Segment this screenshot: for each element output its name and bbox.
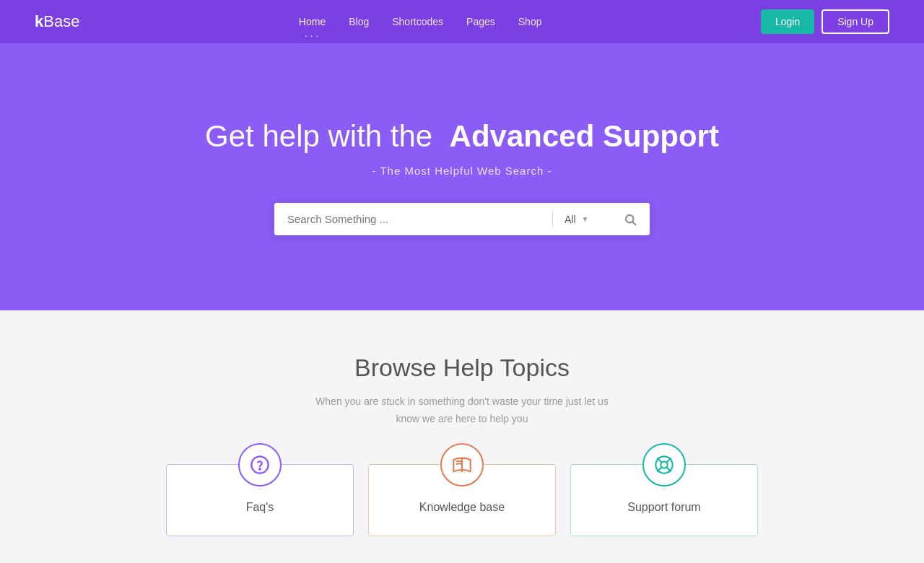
card-label-knowledge: Knowledge base	[383, 501, 541, 514]
nav-item-blog[interactable]: Blog	[349, 15, 369, 28]
search-category-dropdown[interactable]: All ▼	[553, 203, 611, 235]
card-icon-wrap-knowledge	[440, 443, 484, 486]
signup-button[interactable]: Sign Up	[821, 9, 889, 34]
browse-section: Browse Help Topics When you are stuck in…	[0, 310, 924, 563]
search-icon	[624, 213, 637, 226]
book-icon	[452, 455, 472, 475]
nav-item-home[interactable]: Home	[299, 15, 326, 28]
nav-buttons: Login Sign Up	[761, 9, 889, 34]
search-bar: All ▼	[274, 203, 650, 235]
nav-item-shop[interactable]: Shop	[518, 15, 542, 28]
browse-description: When you are stuck in something don't wa…	[303, 393, 621, 428]
nav-link-home[interactable]: Home	[299, 16, 326, 27]
dropdown-selected: All	[565, 214, 576, 225]
hero-section: Get help with the Advanced Support - The…	[0, 43, 924, 310]
card-icon-wrap-faqs	[238, 443, 282, 486]
nav-link-blog[interactable]: Blog	[349, 16, 369, 27]
card-icon-wrap-support	[642, 443, 686, 486]
logo-k: k	[35, 12, 43, 31]
svg-point-5	[661, 461, 667, 468]
nav-item-shortcodes[interactable]: Shortcodes	[392, 15, 443, 28]
svg-point-3	[259, 468, 261, 470]
nav-links: Home Blog Shortcodes Pages Shop	[299, 15, 542, 28]
question-icon	[250, 455, 270, 475]
login-button[interactable]: Login	[761, 9, 814, 34]
nav-link-pages[interactable]: Pages	[466, 16, 495, 27]
card-faqs[interactable]: Faq's	[166, 464, 354, 536]
card-knowledge-base[interactable]: Knowledge base	[368, 464, 556, 536]
card-label-faqs: Faq's	[181, 501, 339, 514]
hero-headline: Get help with the Advanced Support	[205, 118, 719, 154]
nav-link-shortcodes[interactable]: Shortcodes	[392, 16, 443, 27]
browse-title: Browse Help Topics	[14, 354, 910, 382]
logo-base: Base	[43, 12, 79, 31]
navbar: kBase Home Blog Shortcodes Pages Shop Lo…	[0, 0, 924, 43]
hero-subtitle: - The Most Helpful Web Search -	[372, 165, 552, 177]
nav-link-shop[interactable]: Shop	[518, 16, 542, 27]
nav-item-pages[interactable]: Pages	[466, 15, 495, 28]
cards-row: Faq's Knowledge base	[137, 464, 787, 536]
headline-light: Get help with the	[205, 119, 432, 153]
svg-line-1	[632, 222, 635, 224]
chevron-down-icon: ▼	[582, 215, 589, 223]
search-input[interactable]	[274, 203, 552, 235]
card-support-forum[interactable]: Support forum	[570, 464, 758, 536]
card-label-support: Support forum	[585, 501, 743, 514]
headline-bold: Advanced Support	[450, 119, 719, 153]
logo[interactable]: kBase	[35, 12, 79, 31]
search-button[interactable]	[611, 203, 650, 235]
support-icon	[654, 455, 674, 475]
